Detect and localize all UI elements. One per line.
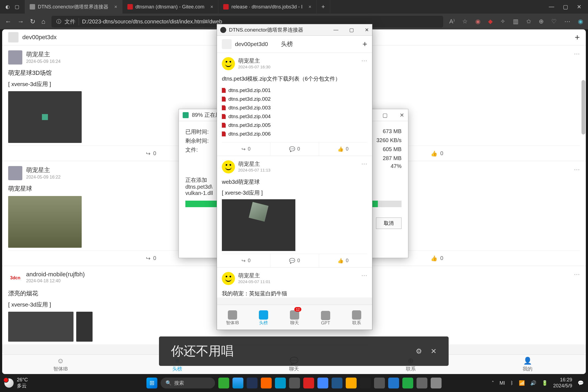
share-button[interactable]: ↪ 0 — [222, 142, 270, 156]
like-button[interactable]: 👍 0 — [319, 142, 367, 156]
nav-me[interactable]: 👤我的 — [469, 355, 586, 374]
profile-icon[interactable]: ◐ — [5, 4, 10, 10]
performance-icon[interactable]: ♡ — [551, 18, 557, 25]
post-tag[interactable]: [ xverse-3d应用 ] — [222, 189, 367, 197]
post-avatar[interactable]: 3dcn — [8, 271, 22, 285]
file-link[interactable]: dtns.pet3d.zip.004 — [222, 112, 367, 121]
nav-contact[interactable]: 联系 — [341, 307, 372, 330]
close-icon[interactable]: × — [114, 4, 117, 10]
notification-icon[interactable]: 💬 — [578, 380, 584, 386]
ext-2-icon[interactable]: ◆ — [488, 18, 493, 25]
taskbar-app[interactable] — [346, 378, 357, 388]
reload-button[interactable]: ↻ — [30, 18, 35, 25]
home-button[interactable]: ⌂ — [41, 18, 45, 25]
close-icon[interactable]: × — [210, 4, 213, 10]
file-link[interactable]: dtns.pet3d.zip.005 — [222, 121, 367, 130]
file-link[interactable]: dtns.pet3d.zip.001 — [222, 86, 367, 95]
taskbar-app[interactable] — [289, 378, 300, 388]
taskbar-app[interactable] — [275, 378, 286, 388]
user-avatar[interactable] — [222, 39, 232, 49]
browser-tab[interactable]: dtnsman (dtnsman) - Gitee.com × — [122, 0, 219, 14]
file-link[interactable]: dtns.pet3d.zip.003 — [222, 103, 367, 112]
extensions-icon[interactable]: ✧ — [500, 18, 505, 25]
start-button[interactable]: ⊞ — [146, 378, 157, 388]
tray-wifi-icon[interactable]: 📶 — [519, 380, 525, 386]
tray-volume-icon[interactable]: 🔊 — [530, 380, 536, 386]
post-avatar[interactable] — [222, 272, 235, 285]
post-avatar[interactable] — [222, 57, 235, 70]
back-button[interactable]: ← — [5, 18, 11, 25]
taskbar-app[interactable] — [261, 378, 272, 388]
taskbar-app[interactable] — [332, 378, 342, 388]
taskbar-app[interactable] — [431, 378, 442, 388]
share-button[interactable]: ↪ 0 — [222, 254, 270, 267]
maximize-icon[interactable]: ▢ — [349, 27, 354, 33]
post-more-icon[interactable]: ⋯ — [574, 50, 580, 57]
close-window-icon[interactable]: ✕ — [577, 4, 581, 10]
post-avatar[interactable] — [8, 50, 22, 65]
like-button[interactable]: 👍 0 — [319, 254, 367, 267]
copilot-icon[interactable]: ◉ — [578, 18, 583, 25]
taskbar-app[interactable] — [360, 378, 371, 388]
taskbar-search[interactable]: 🔍 搜索 — [161, 378, 215, 388]
taskbar-app[interactable] — [374, 378, 385, 388]
close-icon[interactable]: ✕ — [400, 112, 404, 118]
comment-button[interactable]: 💬 0 — [270, 254, 319, 267]
taskbar-clock[interactable]: 16:29 2024/5/9 — [553, 377, 572, 389]
add-button[interactable]: + — [362, 39, 367, 49]
taskbar-app[interactable] — [218, 378, 229, 388]
ext-1-icon[interactable]: ◉ — [475, 18, 480, 25]
post-image[interactable] — [76, 312, 93, 342]
more-icon[interactable]: ⋯ — [564, 18, 570, 25]
taskbar-app[interactable] — [402, 378, 413, 388]
user-avatar[interactable] — [8, 32, 19, 42]
nav-feed[interactable]: ☺智体IB — [2, 355, 119, 374]
add-button[interactable]: + — [575, 32, 580, 42]
browser-tab[interactable]: DTNS.conenctor德塔世界连接器 × — [25, 0, 122, 14]
minimize-icon[interactable]: ― — [549, 4, 554, 10]
settings-icon[interactable]: ⚙ — [416, 347, 422, 356]
taskbar-app[interactable] — [317, 378, 328, 388]
scrollbar[interactable] — [581, 80, 585, 134]
taskbar-app[interactable] — [232, 378, 243, 388]
nav-chat[interactable]: 聊天12 — [279, 307, 310, 330]
comment-button[interactable]: 💬 0 — [270, 142, 319, 156]
nav-top[interactable]: 头榜 — [248, 307, 279, 330]
taskbar-app[interactable] — [247, 378, 258, 388]
post-more-icon[interactable]: ⋯ — [361, 57, 367, 64]
split-screen-icon[interactable]: ▥ — [513, 18, 519, 25]
tray-bluetooth-icon[interactable]: ᛒ — [510, 380, 513, 386]
minimize-icon[interactable]: ― — [333, 27, 338, 33]
file-link[interactable]: dtns.pet3d.zip.002 — [222, 95, 367, 103]
post-image[interactable] — [8, 312, 74, 342]
tray-chevron-icon[interactable]: ˄ — [492, 380, 494, 386]
collections-icon[interactable]: ⊕ — [539, 18, 544, 25]
nav-feed[interactable]: 智体IB — [217, 307, 248, 330]
new-tab-button[interactable]: + — [317, 0, 330, 14]
file-link[interactable]: dtns.pet3d.zip.006 — [222, 130, 367, 138]
taskbar-weather[interactable]: 26°C 多云 — [4, 377, 28, 389]
close-icon[interactable]: ✕ — [365, 27, 369, 33]
tabs-overview-icon[interactable]: ▢ — [15, 4, 19, 10]
post-image[interactable] — [8, 91, 82, 143]
post-avatar[interactable] — [8, 166, 22, 180]
tray-ime-icon[interactable]: MI — [500, 380, 505, 386]
taskbar-app[interactable] — [416, 378, 427, 388]
post-more-icon[interactable]: ⋯ — [574, 271, 580, 278]
post-more-icon[interactable]: ⋯ — [361, 272, 367, 279]
close-icon[interactable]: × — [308, 4, 311, 10]
post-image[interactable] — [8, 196, 82, 248]
forward-button[interactable]: → — [17, 18, 24, 25]
post-image[interactable] — [222, 199, 295, 251]
taskbar-app[interactable] — [303, 378, 314, 388]
taskbar-app[interactable] — [388, 378, 399, 388]
maximize-icon[interactable]: ▢ — [382, 112, 388, 118]
nav-gpt[interactable]: GPT — [310, 307, 341, 330]
post-more-icon[interactable]: ⋯ — [361, 160, 367, 167]
read-aloud-icon[interactable]: A⁾ — [449, 18, 455, 25]
post-avatar[interactable] — [222, 160, 235, 173]
maximize-icon[interactable]: ▢ — [563, 4, 568, 10]
post-more-icon[interactable]: ⋯ — [574, 166, 580, 173]
favorite-icon[interactable]: ☆ — [462, 18, 468, 25]
close-subtitle-icon[interactable]: ✕ — [431, 347, 437, 356]
